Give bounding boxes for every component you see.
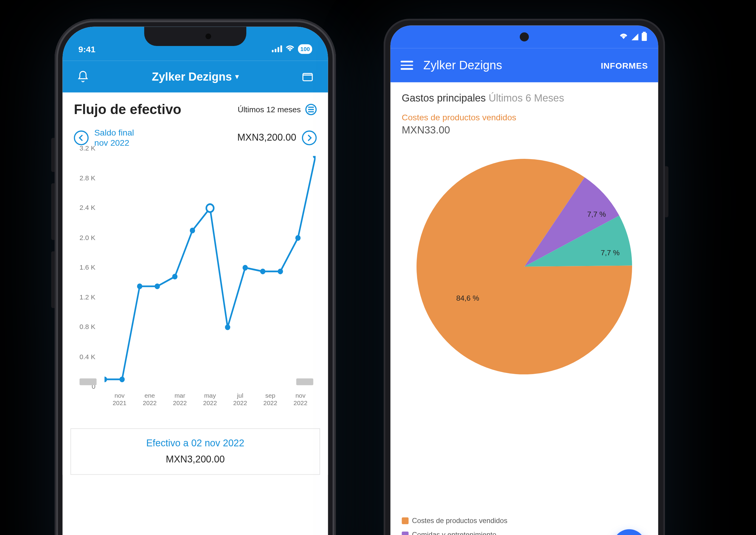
svg-point-4 (155, 284, 160, 289)
pie-slice-label: 7,7 % (601, 248, 620, 257)
prev-period-button[interactable] (74, 130, 88, 145)
svg-point-8 (225, 324, 230, 330)
scrollbar-handle[interactable] (79, 378, 97, 385)
svg-point-7 (206, 204, 214, 212)
svg-point-3 (137, 284, 142, 289)
reports-link[interactable]: INFORMES (601, 60, 648, 70)
y-axis-tick: 3.2 K (73, 144, 101, 152)
next-period-button[interactable] (302, 130, 317, 145)
date-range-label: Últimos 12 meses (238, 105, 301, 114)
y-axis-tick: 1.2 K (73, 293, 101, 301)
summary-date: Efectivo a 02 nov 2022 (80, 438, 310, 449)
battery-icon: 100 (298, 44, 312, 53)
caret-down-icon: ▾ (235, 72, 238, 81)
pie-legend: Costes de productos vendidos Comidas y e… (402, 514, 607, 535)
y-axis-tick: 0.4 K (73, 352, 101, 361)
y-axis-tick: 2.8 K (73, 174, 101, 182)
bell-icon[interactable] (75, 69, 91, 84)
battery-icon (642, 33, 647, 41)
svg-point-13 (313, 156, 316, 159)
legend-item: Comidas y entretenimiento (402, 528, 496, 535)
svg-point-11 (278, 269, 283, 274)
svg-point-5 (172, 274, 178, 279)
x-axis-tick: mar2022 (165, 392, 195, 417)
page-title: Flujo de efectivo (74, 101, 181, 117)
y-axis-tick: 1.6 K (73, 263, 101, 271)
android-camera-punch (520, 32, 529, 41)
section-title: Gastos principales Últimos 6 Meses (402, 93, 647, 104)
org-name[interactable]: Zylker Dezigns (423, 59, 591, 72)
top-expense-value: MXN33.00 (402, 124, 647, 136)
date-range-selector[interactable]: Últimos 12 meses (238, 104, 317, 115)
x-axis-tick: may2022 (195, 392, 225, 417)
section-subtitle: Últimos 6 Meses (489, 93, 564, 104)
folder-icon[interactable] (300, 69, 316, 84)
ios-app-bar: Zylker Dezigns ▾ (62, 61, 328, 92)
svg-point-12 (295, 235, 301, 240)
iphone-device: 9:41 100 Zylker Dezigns (48, 12, 343, 535)
add-fab-button[interactable]: + (613, 529, 646, 535)
iphone-notch (144, 27, 246, 46)
x-axis-tick: ene2022 (135, 392, 165, 417)
x-axis-tick: sep2022 (255, 392, 286, 417)
y-axis-tick: 0.8 K (73, 323, 101, 331)
org-switcher[interactable]: Zylker Dezigns ▾ (152, 70, 238, 83)
summary-amount: MXN3,200.00 (80, 454, 310, 465)
svg-point-2 (120, 377, 125, 382)
x-axis-tick: jul2022 (225, 392, 255, 417)
cellular-signal-icon (272, 45, 282, 52)
svg-point-1 (104, 377, 107, 382)
wifi-icon (619, 32, 628, 42)
pie-slice-label: 7,7 % (587, 210, 606, 218)
svg-point-9 (242, 265, 248, 270)
cash-summary-card[interactable]: Efectivo a 02 nov 2022 MXN3,200.00 (70, 428, 320, 475)
y-axis-tick: 2.0 K (73, 234, 101, 241)
wifi-icon (286, 45, 295, 52)
filter-icon (305, 104, 317, 115)
top-expense-label: Costes de productos vendidos (402, 112, 647, 122)
svg-point-10 (260, 269, 266, 274)
balance-value: MXN3,200.00 (238, 132, 296, 144)
hamburger-menu-icon[interactable] (401, 61, 413, 70)
android-app-bar: Zylker Dezigns INFORMES (391, 48, 658, 82)
y-axis-tick: 2.4 K (73, 204, 101, 212)
status-time: 9:41 (78, 44, 96, 53)
svg-point-6 (190, 228, 195, 233)
org-name: Zylker Dezigns (152, 70, 232, 83)
cellular-signal-icon (631, 34, 638, 40)
pie-slice-label: 84,6 % (456, 294, 479, 302)
android-device: Zylker Dezigns INFORMES Gastos principal… (377, 12, 672, 535)
x-axis-tick: nov2021 (104, 392, 135, 417)
expense-pie-chart[interactable]: 84,6 % 7,7 % 7,7 % (411, 153, 638, 380)
legend-item: Costes de productos vendidos (402, 514, 508, 527)
scrollbar-handle[interactable] (296, 378, 313, 385)
cashflow-line-chart[interactable]: 00.4 K0.8 K1.2 K1.6 K2.0 K2.4 K2.8 K3.2 … (62, 156, 328, 417)
x-axis-tick: nov2022 (286, 392, 316, 417)
